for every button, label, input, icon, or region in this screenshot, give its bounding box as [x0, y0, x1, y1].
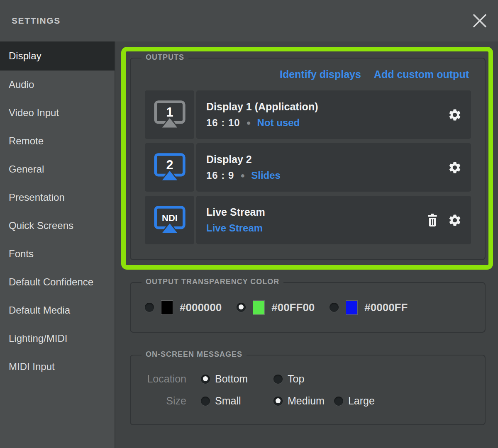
sidebar-item-video-input[interactable]: Video Input	[0, 99, 115, 127]
transparency-option-green[interactable]: #00FF00	[237, 301, 315, 314]
sidebar-item-midi-input[interactable]: MIDI Input	[0, 353, 115, 381]
output-row-display-1: 1 Display 1 (Application) 16 : 10 ● Not …	[145, 90, 471, 139]
outputs-section-legend: OUTPUTS	[142, 53, 188, 62]
sidebar-item-audio[interactable]: Audio	[0, 71, 115, 99]
radio-bottom[interactable]	[201, 375, 210, 384]
output-subtitle: 16 : 9 ● Slides	[206, 170, 448, 181]
color-swatch-green	[253, 301, 264, 314]
sidebar-item-label: Display	[9, 50, 42, 62]
output-assignment: Live Stream	[206, 222, 263, 234]
title-bar: SETTINGS	[0, 0, 498, 41]
size-option-large[interactable]: Large	[334, 395, 375, 407]
transparency-options-row: #000000 #00FF00 #0000FF	[131, 283, 485, 332]
radio-top[interactable]	[273, 375, 283, 384]
gear-icon[interactable]	[448, 108, 462, 122]
radio-large[interactable]	[334, 397, 343, 406]
sidebar-item-default-confidence[interactable]: Default Confidence	[0, 268, 115, 296]
sidebar-item-default-media[interactable]: Default Media	[0, 296, 115, 324]
gear-icon[interactable]	[448, 161, 462, 175]
output-title: Display 2	[206, 153, 448, 166]
outputs-links-row: Identify displays Add custom output	[131, 68, 469, 80]
output-subtitle: Live Stream	[206, 222, 427, 234]
ndi-icon-tile[interactable]: NDI	[145, 196, 194, 244]
on-screen-messages-section: ON-SCREEN MESSAGES Location Bottom Top S…	[130, 355, 486, 425]
close-button[interactable]	[471, 12, 489, 30]
output-row-text: Display 1 (Application) 16 : 10 ● Not us…	[206, 101, 448, 129]
sidebar-item-label: Default Media	[9, 304, 70, 316]
color-hex-label: #00FF00	[271, 301, 315, 314]
separator-dot: ●	[247, 119, 251, 127]
svg-text:1: 1	[166, 105, 173, 119]
trash-icon[interactable]	[427, 214, 438, 227]
radio-green[interactable]	[237, 303, 246, 312]
sidebar-item-label: Video Input	[9, 107, 59, 119]
window-title: SETTINGS	[12, 0, 61, 41]
output-transparency-color-section: OUTPUT TRANSPARENCY COLOR #000000 #00FF0…	[130, 282, 486, 333]
output-row-text: Display 2 16 : 9 ● Slides	[206, 153, 448, 181]
radio-blue[interactable]	[330, 303, 339, 312]
output-subtitle: 16 : 10 ● Not used	[206, 117, 448, 129]
display-icon-tile[interactable]: 1	[145, 90, 194, 139]
location-row: Location Bottom Top	[145, 373, 485, 385]
identify-displays-link[interactable]: Identify displays	[280, 68, 361, 80]
sidebar-item-label: Default Confidence	[9, 276, 93, 288]
output-assignment: Not used	[257, 117, 300, 129]
sidebar-item-remote[interactable]: Remote	[0, 127, 115, 155]
display-icon-tile[interactable]: 2	[145, 143, 194, 192]
option-label: Large	[348, 395, 375, 407]
option-label: Medium	[288, 395, 325, 407]
sidebar-item-presentation[interactable]: Presentation	[0, 183, 115, 212]
output-assignment: Slides	[251, 170, 281, 181]
sidebar-item-display[interactable]: Display	[0, 41, 115, 71]
messages-body: Location Bottom Top Size Small	[131, 355, 485, 424]
add-custom-output-link[interactable]: Add custom output	[374, 68, 469, 80]
output-actions	[427, 213, 462, 227]
output-row-body[interactable]: Display 2 16 : 9 ● Slides	[196, 143, 471, 192]
color-hex-label: #000000	[180, 301, 222, 314]
sidebar-item-fonts[interactable]: Fonts	[0, 240, 115, 268]
sidebar-item-label: Presentation	[9, 192, 65, 203]
size-option-medium[interactable]: Medium	[273, 395, 325, 407]
output-actions	[448, 108, 462, 122]
location-option-bottom[interactable]: Bottom	[201, 373, 264, 385]
sidebar-item-general[interactable]: General	[0, 155, 115, 183]
radio-medium[interactable]	[273, 397, 283, 406]
sidebar-item-label: MIDI Input	[9, 361, 55, 373]
messages-section-legend: ON-SCREEN MESSAGES	[142, 350, 247, 359]
gear-icon[interactable]	[448, 213, 462, 227]
svg-text:2: 2	[166, 157, 173, 171]
sidebar-item-lighting-midi[interactable]: Lighting/MIDI	[0, 324, 115, 353]
sidebar-item-label: Remote	[9, 135, 44, 147]
color-hex-label: #0000FF	[364, 301, 408, 314]
size-option-small[interactable]: Small	[201, 395, 264, 407]
transparency-section-legend: OUTPUT TRANSPARENCY COLOR	[142, 278, 283, 286]
display-settings-panel: OUTPUTS Identify displays Add custom out…	[116, 41, 498, 448]
output-row-body[interactable]: Display 1 (Application) 16 : 10 ● Not us…	[196, 90, 471, 139]
outputs-list: 1 Display 1 (Application) 16 : 10 ● Not …	[145, 90, 471, 244]
aspect-ratio: 16 : 9	[206, 170, 234, 181]
radio-black[interactable]	[145, 303, 154, 312]
ndi-display-icon: NDI	[150, 203, 190, 237]
color-swatch-black	[161, 301, 173, 314]
location-option-top[interactable]: Top	[273, 373, 304, 385]
output-actions	[448, 161, 462, 175]
sidebar-item-label: Fonts	[9, 248, 34, 260]
svg-text:NDI: NDI	[162, 212, 178, 223]
location-label: Location	[145, 373, 186, 385]
display-icon: 2	[150, 151, 190, 185]
output-row-text: Live Stream Live Stream	[206, 206, 427, 234]
output-title: Display 1 (Application)	[206, 101, 448, 113]
transparency-option-black[interactable]: #000000	[145, 301, 222, 314]
sidebar-item-quick-screens[interactable]: Quick Screens	[0, 212, 115, 240]
sidebar-item-label: Quick Screens	[9, 220, 73, 231]
radio-small[interactable]	[201, 397, 210, 406]
separator-dot: ●	[240, 171, 245, 180]
size-row: Size Small Medium Large	[145, 395, 485, 407]
output-row-live-stream: NDI Live Stream Live Stream	[145, 196, 471, 244]
output-row-body[interactable]: Live Stream Live Stream	[196, 196, 471, 244]
transparency-option-blue[interactable]: #0000FF	[330, 301, 408, 314]
sidebar-item-label: Audio	[9, 79, 34, 90]
size-label: Size	[145, 395, 186, 407]
color-swatch-blue	[346, 301, 357, 314]
output-title: Live Stream	[206, 206, 427, 218]
